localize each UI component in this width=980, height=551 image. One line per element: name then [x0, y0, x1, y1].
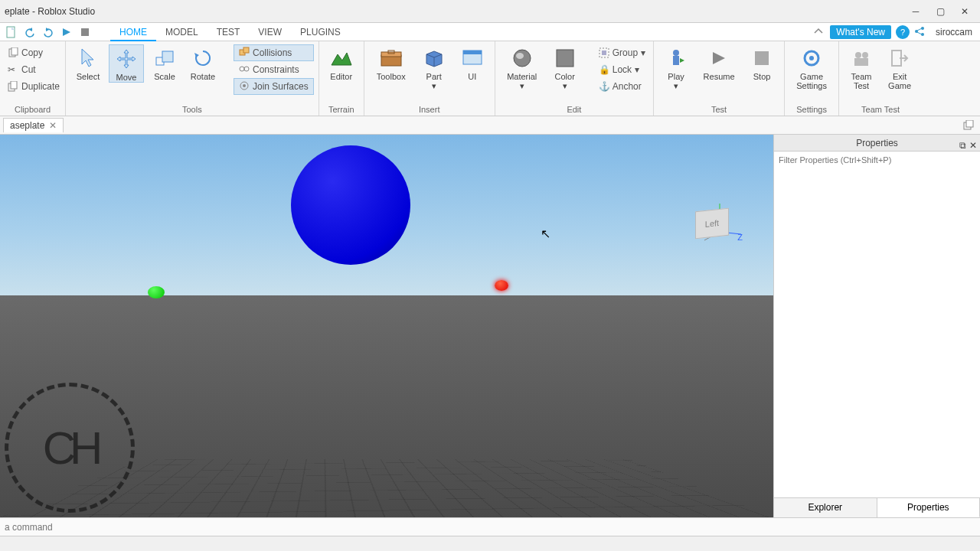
filter-input[interactable] — [774, 152, 980, 168]
new-file-icon[interactable] — [3, 24, 20, 40]
green-part[interactable] — [148, 286, 165, 298]
cursor-icon — [76, 46, 100, 70]
copy-button[interactable]: Copy — [5, 44, 63, 61]
tab-properties[interactable]: Properties — [877, 498, 981, 517]
part-icon — [422, 46, 446, 70]
material-icon — [510, 46, 534, 70]
close-button[interactable]: ✕ — [952, 3, 977, 20]
stop-quick-icon[interactable] — [77, 24, 93, 40]
duplicate-icon — [8, 81, 18, 92]
cut-icon: ✂ — [8, 64, 18, 75]
join-icon — [239, 80, 250, 93]
group-label: Tools — [70, 103, 314, 114]
document-tab[interactable]: aseplate ✕ — [3, 118, 64, 132]
svg-rect-0 — [7, 27, 15, 37]
tab-plugins[interactable]: PLUGINS — [291, 23, 350, 41]
watermark-logo: CH — [5, 383, 135, 513]
play-icon — [664, 46, 688, 70]
svg-point-13 — [240, 67, 244, 71]
stop-icon — [750, 46, 774, 70]
close-panel-icon[interactable]: ✕ — [969, 137, 977, 154]
toolbox-icon — [379, 46, 403, 70]
group-button[interactable]: Group ▾ — [596, 44, 648, 61]
status-bar — [0, 536, 980, 551]
team-test-button[interactable]: Team Test — [844, 44, 879, 90]
axis-cube[interactable]: Left — [695, 208, 729, 240]
terrain-editor-button[interactable]: Editor — [324, 44, 359, 81]
join-surfaces-toggle[interactable]: Join Surfaces — [234, 78, 314, 95]
exit-game-button[interactable]: Exit Game — [882, 44, 917, 90]
tab-model[interactable]: MODEL — [156, 23, 207, 41]
command-bar — [0, 517, 980, 536]
tab-explorer[interactable]: Explorer — [774, 498, 877, 517]
resume-icon — [707, 46, 731, 70]
color-button[interactable]: Color▾ — [547, 44, 583, 90]
anchor-icon: ⚓ — [599, 81, 609, 92]
blue-sphere[interactable] — [291, 145, 410, 265]
play-quick-icon[interactable] — [58, 24, 75, 40]
constraints-toggle[interactable]: Constraints — [234, 61, 314, 78]
resume-button[interactable]: Resume — [697, 44, 741, 81]
title-bar: eplate - Roblox Studio ─ ▢ ✕ — [0, 0, 980, 23]
group-label: Test — [658, 103, 779, 114]
red-part[interactable] — [495, 280, 508, 291]
axis-widget[interactable]: Left Z — [681, 190, 743, 251]
tab-home[interactable]: HOME — [110, 23, 156, 41]
svg-point-32 — [855, 52, 861, 58]
rotate-button[interactable]: Rotate — [185, 44, 220, 81]
move-button[interactable]: Move — [109, 44, 144, 83]
close-tab-icon[interactable]: ✕ — [49, 120, 57, 131]
whats-new-button[interactable]: What's New — [830, 25, 891, 39]
gear-icon — [799, 46, 824, 70]
material-button[interactable]: Material▾ — [500, 44, 544, 90]
properties-body[interactable] — [774, 168, 980, 497]
ribbon: Copy ✂Cut Duplicate Clipboard Select Mov… — [0, 41, 980, 116]
panel-title: Properties — [856, 138, 898, 148]
game-settings-button[interactable]: Game Settings — [789, 44, 834, 90]
group-test: Play▾ Resume Stop Test — [654, 41, 785, 116]
group-label: Edit — [500, 103, 648, 114]
svg-rect-8 — [11, 81, 17, 89]
part-button[interactable]: Part▾ — [416, 44, 452, 90]
multi-window-icon[interactable] — [960, 118, 977, 133]
scale-button[interactable]: Scale — [147, 44, 182, 81]
tab-view[interactable]: VIEW — [249, 23, 291, 41]
redo-icon[interactable] — [40, 24, 57, 40]
group-insert: Toolbox Part▾ UI Insert — [364, 41, 495, 116]
group-terrain: Editor Terrain — [319, 41, 364, 116]
username-label[interactable]: siroccam — [931, 27, 977, 37]
exit-icon — [887, 46, 912, 70]
undo-icon[interactable] — [21, 24, 38, 40]
group-clipboard: Copy ✂Cut Duplicate Clipboard — [0, 41, 66, 116]
document-tabs: aseplate ✕ — [0, 116, 980, 135]
minimize-button[interactable]: ─ — [903, 3, 928, 20]
svg-rect-37 — [966, 120, 973, 127]
filter-row — [774, 152, 980, 168]
anchor-button[interactable]: ⚓Anchor — [596, 78, 648, 95]
tab-test[interactable]: TEST — [207, 23, 250, 41]
group-label: Team Test — [844, 103, 917, 114]
color-icon — [553, 46, 577, 70]
ribbon-tabs: HOME MODEL TEST VIEW PLUGINS — [110, 23, 350, 41]
tab-strip: HOME MODEL TEST VIEW PLUGINS What's New … — [0, 23, 980, 41]
command-input[interactable] — [0, 518, 980, 536]
collapse-ribbon-icon[interactable] — [813, 26, 825, 38]
svg-point-33 — [862, 52, 868, 58]
lock-button[interactable]: 🔒Lock ▾ — [596, 61, 648, 78]
viewport-3d[interactable]: ↖ Left Z CH — [0, 135, 773, 517]
stop-button[interactable]: Stop — [744, 44, 779, 81]
toolbox-button[interactable]: Toolbox — [369, 44, 413, 81]
play-button[interactable]: Play▾ — [658, 44, 694, 90]
axis-z-label: Z — [737, 233, 743, 242]
share-icon[interactable] — [914, 26, 926, 38]
help-icon[interactable]: ? — [896, 25, 910, 39]
maximize-button[interactable]: ▢ — [928, 3, 952, 20]
group-teamtest: Team Test Exit Game Team Test — [839, 41, 922, 116]
collisions-toggle[interactable]: Collisions — [234, 44, 314, 61]
cut-button[interactable]: ✂Cut — [5, 61, 63, 78]
select-button[interactable]: Select — [70, 44, 106, 81]
undock-icon[interactable]: ⧉ — [959, 137, 966, 154]
rotate-icon — [191, 46, 215, 70]
ui-button[interactable]: UI — [455, 44, 490, 81]
duplicate-button[interactable]: Duplicate — [5, 78, 63, 95]
